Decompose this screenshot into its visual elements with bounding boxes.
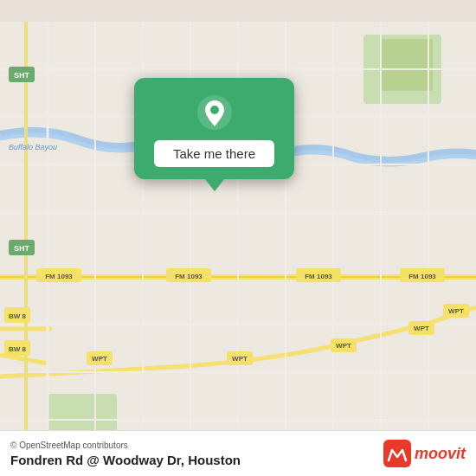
svg-text:BW 8: BW 8 (9, 312, 27, 320)
take-me-there-button[interactable]: Take me there (154, 140, 274, 167)
svg-text:FM 1093: FM 1093 (175, 273, 203, 280)
svg-point-54 (210, 106, 219, 114)
moovit-logo: moovit (383, 440, 466, 467)
svg-text:WPT: WPT (92, 355, 107, 363)
svg-text:WPT: WPT (232, 355, 248, 363)
svg-text:SHT: SHT (14, 71, 30, 80)
moovit-text: moovit (415, 445, 466, 463)
svg-text:FM 1093: FM 1093 (45, 273, 73, 280)
location-pin-icon (196, 93, 234, 132)
svg-rect-55 (383, 440, 411, 467)
bottom-bar: © OpenStreetMap contributors Fondren Rd … (0, 430, 476, 476)
svg-text:BW 8: BW 8 (9, 345, 27, 353)
svg-text:WPT: WPT (448, 307, 464, 315)
svg-text:WPT: WPT (336, 342, 351, 350)
svg-text:Buffalo Bayou: Buffalo Bayou (9, 143, 57, 151)
moovit-icon (383, 440, 411, 467)
location-title: Fondren Rd @ Woodway Dr, Houston (10, 453, 241, 467)
attribution-text: © OpenStreetMap contributors (10, 441, 241, 450)
svg-text:FM 1093: FM 1093 (408, 273, 436, 280)
popup-card: Take me there (134, 78, 294, 179)
svg-text:FM 1093: FM 1093 (305, 273, 332, 280)
bottom-left-info: © OpenStreetMap contributors Fondren Rd … (10, 441, 241, 467)
svg-text:WPT: WPT (414, 325, 429, 332)
map-container: SHT SHT FM 1093 FM 1093 FM 1093 FM 1093 … (0, 0, 476, 476)
svg-rect-3 (381, 39, 433, 91)
svg-text:SHT: SHT (14, 244, 30, 253)
